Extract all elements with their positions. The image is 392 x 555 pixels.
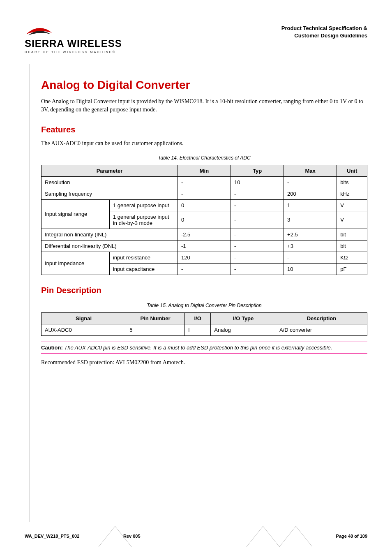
- cell-max: +3: [284, 240, 337, 252]
- col-parameter: Parameter: [42, 165, 178, 176]
- col-min: Min: [178, 165, 231, 176]
- features-text: The AUX-ADC0 input can be used for custo…: [41, 139, 367, 148]
- cell-subparam: input resistance: [109, 252, 178, 263]
- cell-typ: -: [231, 229, 284, 240]
- table-row: Resolution - 10 - bits: [42, 176, 367, 188]
- cell-min: -: [178, 188, 231, 199]
- cell-iotype: Analog: [211, 324, 276, 335]
- logo-block: SIERRA WIRELESS HEART OF THE WIRELESS MA…: [25, 25, 140, 54]
- cell-min: 120: [178, 252, 231, 263]
- table-row: Integral non-linearity (INL) -2.5 - +2.5…: [42, 229, 367, 240]
- cell-min: 0: [178, 199, 231, 211]
- cell-typ: 10: [231, 176, 284, 188]
- cell-max: +2.5: [284, 229, 337, 240]
- cell-unit: bit: [337, 240, 367, 252]
- col-typ: Typ: [231, 165, 284, 176]
- cell-max: 3: [284, 211, 337, 229]
- intro-paragraph: One Analog to Digital Converter input is…: [41, 97, 367, 114]
- cell-max: -: [284, 176, 337, 188]
- cell-unit: bits: [337, 176, 367, 188]
- pin-description-heading: Pin Description: [41, 286, 367, 295]
- caution-label: Caution:: [41, 345, 63, 351]
- cell-pinnum: 5: [126, 324, 185, 335]
- cell-subparam: 1 general purpose input: [109, 199, 178, 211]
- cell-max: 200: [284, 188, 337, 199]
- col-io: I/O: [184, 312, 210, 324]
- col-desc: Description: [276, 312, 367, 324]
- col-max: Max: [284, 165, 337, 176]
- cell-typ: -: [231, 263, 284, 275]
- cell-typ: -: [231, 211, 284, 229]
- cell-min: -1: [178, 240, 231, 252]
- caution-block: Caution: The AUX-ADC0 pin is ESD sensiti…: [41, 342, 367, 354]
- cell-min: -: [178, 176, 231, 188]
- page-footer: WA_DEV_W218_PTS_002 Rev 005 Page 48 of 1…: [25, 526, 367, 539]
- cell-typ: -: [231, 240, 284, 252]
- cell-param-group: Input signal range: [42, 199, 110, 229]
- header-line1: Product Technical Specification &: [281, 25, 367, 32]
- table-row: Sampling frequency - - 200 kHz: [42, 188, 367, 199]
- footer-pagenum: Page 48 of 109: [336, 534, 367, 539]
- cell-io: I: [184, 324, 210, 335]
- cell-subparam: input capacitance: [109, 263, 178, 275]
- page-header: SIERRA WIRELESS HEART OF THE WIRELESS MA…: [25, 25, 367, 54]
- adc-characteristics-table: Parameter Min Typ Max Unit Resolution - …: [41, 165, 367, 275]
- cell-signal: AUX-ADC0: [42, 324, 126, 335]
- cell-param: Differential non-linearity (DNL): [42, 240, 178, 252]
- page: SIERRA WIRELESS HEART OF THE WIRELESS MA…: [0, 0, 392, 555]
- cell-subparam: 1 general purpose input in div-by-3 mode: [109, 211, 178, 229]
- cell-param: Integral non-linearity (INL): [42, 229, 178, 240]
- cell-max: 1: [284, 199, 337, 211]
- table-header-row: Signal Pin Number I/O I/O Type Descripti…: [42, 312, 367, 324]
- logo-wordmark: SIERRA WIRELESS: [25, 38, 140, 49]
- table14-caption: Table 14. Electrical Characteristics of …: [41, 155, 367, 161]
- cell-desc: A/D converter: [276, 324, 367, 335]
- cell-param-group: Input impedance: [42, 252, 110, 275]
- cell-max: 10: [284, 263, 337, 275]
- features-heading: Features: [41, 125, 367, 134]
- table-row: Input impedance input resistance 120 - -…: [42, 252, 367, 263]
- table-row: AUX-ADC0 5 I Analog A/D converter: [42, 324, 367, 335]
- cell-unit: kHz: [337, 188, 367, 199]
- col-signal: Signal: [42, 312, 126, 324]
- cell-min: -2.5: [178, 229, 231, 240]
- footer-rev: Rev 005: [123, 534, 141, 539]
- cell-unit: pF: [337, 263, 367, 275]
- cell-min: 0: [178, 211, 231, 229]
- table-row: Input signal range 1 general purpose inp…: [42, 199, 367, 211]
- cell-min: -: [178, 263, 231, 275]
- cell-unit: V: [337, 211, 367, 229]
- cell-typ: -: [231, 199, 284, 211]
- cell-unit: KΩ: [337, 252, 367, 263]
- content-area: Analog to Digital Converter One Analog t…: [41, 79, 367, 367]
- caution-text: The AUX-ADC0 pin is ESD sensitive. It is…: [64, 345, 332, 351]
- recommended-text: Recommended ESD protection: AVL5M02200 f…: [41, 358, 367, 367]
- table15-caption: Table 15. Analog to Digital Converter Pi…: [41, 303, 367, 308]
- page-title: Analog to Digital Converter: [41, 79, 367, 92]
- header-right: Product Technical Specification & Custom…: [281, 25, 367, 39]
- table-row: Differential non-linearity (DNL) -1 - +3…: [42, 240, 367, 252]
- cell-param: Sampling frequency: [42, 188, 178, 199]
- logo-tagline: HEART OF THE WIRELESS MACHINE®: [25, 50, 140, 54]
- sierra-swoosh-icon: [25, 25, 53, 38]
- col-iotype: I/O Type: [211, 312, 276, 324]
- cell-max: -: [284, 252, 337, 263]
- header-line2: Customer Design Guidelines: [281, 32, 367, 39]
- col-pinnum: Pin Number: [126, 312, 185, 324]
- table-header-row: Parameter Min Typ Max Unit: [42, 165, 367, 176]
- cell-typ: -: [231, 188, 284, 199]
- footer-docid: WA_DEV_W218_PTS_002: [25, 534, 79, 539]
- col-unit: Unit: [337, 165, 367, 176]
- cell-unit: bit: [337, 229, 367, 240]
- cell-param: Resolution: [42, 176, 178, 188]
- cell-unit: V: [337, 199, 367, 211]
- cell-typ: -: [231, 252, 284, 263]
- side-rule: [30, 64, 30, 522]
- pin-description-table: Signal Pin Number I/O I/O Type Descripti…: [41, 312, 367, 336]
